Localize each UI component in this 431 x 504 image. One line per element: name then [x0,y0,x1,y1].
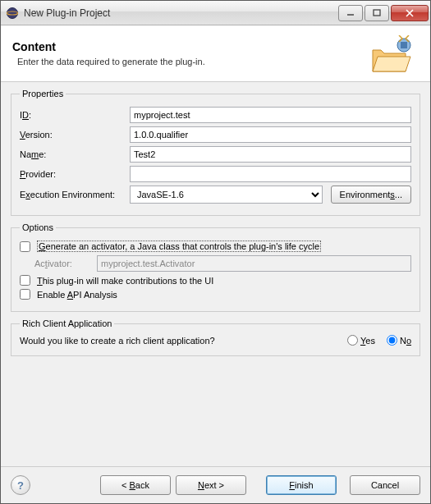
environments-button[interactable]: Environments... [331,186,411,204]
rca-question: Would you like to create a rich client a… [20,336,339,346]
rca-yes-option[interactable]: Yes [347,335,375,346]
window-buttons [337,5,429,21]
rca-no-radio[interactable] [387,335,397,346]
enable-api-analysis-label: Enable API Analysis [37,290,117,300]
help-button[interactable]: ? [11,475,30,495]
page-description: Enter the data required to generate the … [17,57,366,66]
id-label: ID: [20,110,125,120]
finish-button[interactable]: Finish [266,475,337,495]
wizard-banner-icon [366,34,419,73]
generate-activator-checkbox[interactable] [20,241,30,252]
generate-activator-label: Generate an activator, a Java class that… [37,241,321,252]
title-bar[interactable]: New Plug-in Project [1,1,430,25]
cancel-button[interactable]: Cancel [350,475,420,495]
wizard-content: Properties ID: Version: Name: Provider: … [1,82,430,466]
enable-api-analysis-checkbox[interactable] [20,289,30,300]
version-field[interactable] [130,126,411,143]
provider-label: Provider: [20,169,125,179]
back-button[interactable]: < Back [100,475,171,495]
id-field[interactable] [130,107,411,123]
execution-environment-label: Execution Environment: [20,190,125,199]
minimize-button[interactable] [338,5,363,21]
page-title: Content [12,40,366,53]
ui-contributions-checkbox[interactable] [20,275,30,286]
wizard-header: Content Enter the data required to gener… [1,25,430,82]
provider-field[interactable] [130,166,411,182]
options-group: Options Generate an activator, a Java cl… [11,222,420,312]
options-legend: Options [20,222,56,232]
eclipse-icon [6,7,19,20]
name-field[interactable] [130,146,411,163]
properties-legend: Properties [20,89,66,99]
maximize-button[interactable] [365,5,389,21]
svg-rect-3 [374,10,380,16]
name-label: Name: [20,149,125,159]
window-title: New Plug-in Project [24,7,337,19]
svg-rect-7 [401,42,407,48]
execution-environment-select[interactable]: JavaSE-1.6 [130,186,323,204]
activator-label: Activator: [34,259,92,268]
svg-point-0 [7,7,18,18]
ui-contributions-label: This plug-in will make contributions to … [37,276,213,286]
rca-legend: Rich Client Application [20,318,114,328]
next-button[interactable]: Next > [176,475,246,495]
rca-no-option[interactable]: No [387,335,411,346]
version-label: Version: [20,130,125,140]
activator-field [97,255,411,272]
dialog-window: New Plug-in Project Content Enter the da… [0,0,431,504]
rca-yes-radio[interactable] [347,335,358,346]
properties-group: Properties ID: Version: Name: Provider: … [11,89,420,216]
wizard-footer: ? < Back Next > Finish Cancel [1,466,430,503]
rich-client-application-group: Rich Client Application Would you like t… [11,318,420,356]
close-button[interactable] [391,5,429,21]
